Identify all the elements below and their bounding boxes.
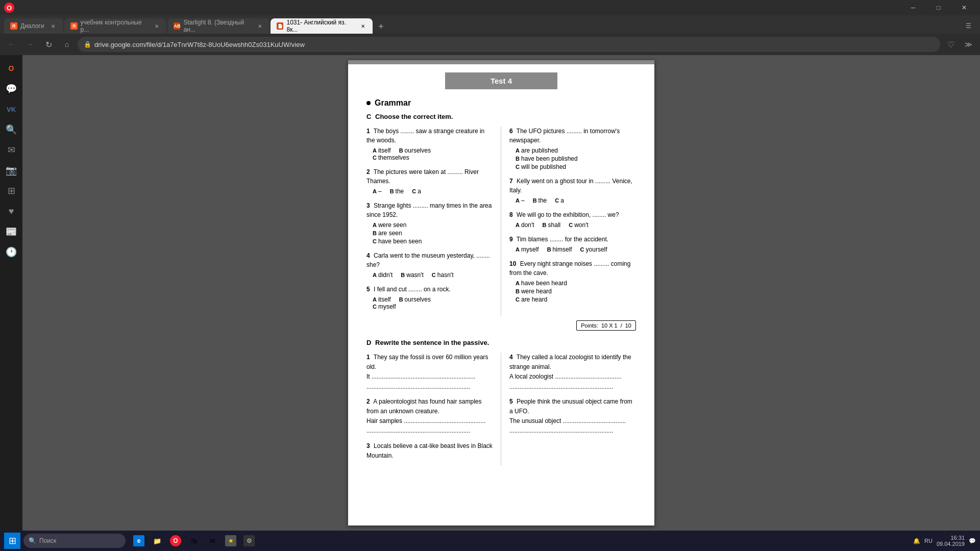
question-3-answers: Awere seen Bare seen Chave been seen bbox=[366, 221, 493, 245]
taskbar-icon-browser[interactable]: e bbox=[131, 533, 147, 549]
sidebar-heart-icon[interactable]: ♥ bbox=[2, 202, 20, 220]
rewrite-q4-num: 4 bbox=[509, 354, 513, 361]
sidebar-toggle[interactable]: ≫ bbox=[961, 37, 976, 52]
tab-favicon-3: AB bbox=[174, 22, 180, 30]
test-header-container: Test 4 bbox=[366, 72, 636, 89]
answer-10a: Ahave been heard bbox=[516, 280, 636, 287]
rewrite-q1: 1 They say the fossil is over 60 million… bbox=[366, 353, 493, 392]
question-3-body: Strange lights ......... many times in t… bbox=[366, 202, 492, 218]
answer-8a: Adon't bbox=[516, 221, 534, 229]
rewrite-right-col: 4 They called a local zoologist to ident… bbox=[501, 353, 636, 466]
tab-dialogi[interactable]: Я Диалоги ✕ bbox=[4, 18, 63, 34]
taskbar-icon-store[interactable]: 🛍 bbox=[186, 533, 202, 549]
taskbar-icon-app1[interactable]: ★ bbox=[223, 533, 239, 549]
question-10-answers: Ahave been heard Bwere heard Care heard bbox=[509, 280, 636, 303]
question-4: 4 Carla went to the museum yesterday, ..… bbox=[366, 251, 493, 279]
sidebar-opera-icon[interactable]: O bbox=[2, 59, 20, 78]
question-3-num: 3 bbox=[366, 202, 370, 209]
question-1-body: The boys ........ saw a strange creature… bbox=[366, 128, 484, 144]
question-4-body: Carla went to the museum yesterday, ....… bbox=[366, 252, 490, 268]
forward-button[interactable]: → bbox=[22, 37, 38, 52]
taskbar-icon-mail[interactable]: ✉ bbox=[204, 533, 220, 549]
taskbar: ⊞ 🔍 Поиск e 📁 O 🛍 ✉ ★ ⚙ 🔔 RU 16:31 09.04… bbox=[0, 531, 980, 551]
browser-sidebar: O 💬 VK 🔍 ✉ 📷 ⊞ ♥ 📰 🕐 bbox=[0, 55, 22, 531]
points-label: Points: bbox=[581, 322, 598, 329]
maximize-button[interactable]: □ bbox=[927, 0, 950, 15]
question-6: 6 The UFO pictures ......... in tomorrow… bbox=[509, 127, 636, 170]
test-title: Test 4 bbox=[445, 72, 557, 89]
tab-starlight[interactable]: AB Starlight 8. (Звездный ан... ✕ bbox=[167, 18, 270, 34]
tab-close-2[interactable]: ✕ bbox=[153, 22, 160, 30]
sidebar-vk-icon[interactable]: VK bbox=[2, 100, 20, 118]
question-8-answers: Adon't Bshall Cwon't bbox=[509, 221, 636, 229]
question-2-text: 2 The pictures were taken at ......... R… bbox=[366, 167, 493, 186]
taskbar-icon-opera[interactable]: O bbox=[167, 533, 184, 549]
taskbar-search[interactable]: 🔍 Поиск bbox=[23, 534, 126, 548]
search-placeholder: Поиск bbox=[39, 537, 56, 544]
tab-close-1[interactable]: ✕ bbox=[49, 22, 57, 30]
answer-3a: Awere seen bbox=[373, 221, 493, 229]
rewrite-q1-fill1: It .....................................… bbox=[366, 373, 475, 380]
back-button[interactable]: ← bbox=[4, 37, 19, 52]
rewrite-q3: 3 Locals believe a cat-like beast lives … bbox=[366, 441, 493, 461]
answer-5a: Aitself bbox=[373, 296, 391, 303]
answer-1a: Aitself bbox=[373, 147, 391, 154]
answer-4c: Chasn't bbox=[432, 271, 454, 279]
answer-1c: Cthemselves bbox=[373, 154, 409, 161]
section-c-title: Choose the correct item. bbox=[375, 113, 453, 120]
rewrite-grid: 1 They say the fossil is over 60 million… bbox=[366, 353, 636, 466]
question-8-text: 8 We will go to the exhibition, ........… bbox=[509, 210, 636, 219]
sidebar-apps-icon[interactable]: ⊞ bbox=[2, 182, 20, 200]
question-2-body: The pictures were taken at ......... Riv… bbox=[366, 168, 479, 185]
window-controls: ─ □ ✕ bbox=[901, 0, 976, 15]
answer-2b: Bthe bbox=[390, 188, 404, 195]
points-separator: / bbox=[621, 322, 622, 329]
opera-taskbar-icon: O bbox=[170, 535, 181, 546]
rewrite-q1-num: 1 bbox=[366, 354, 370, 361]
new-tab-button[interactable]: + bbox=[374, 19, 388, 34]
address-bar[interactable]: 🔒 drive.google.com/file/d/1a7eTnrW7t8z-8… bbox=[78, 37, 940, 52]
tab-close-3[interactable]: ✕ bbox=[256, 22, 264, 30]
rewrite-q5-text: People think the unusual object came fro… bbox=[509, 398, 632, 415]
questions-grid: 1 The boys ........ saw a strange creatu… bbox=[366, 127, 636, 316]
answer-10b: Bwere heard bbox=[516, 288, 636, 295]
answer-9b: Bhimself bbox=[547, 246, 572, 253]
answer-7c: Ca bbox=[555, 197, 564, 204]
nav-bar: ← → ↻ ⌂ 🔒 drive.google.com/file/d/1a7eTn… bbox=[0, 34, 980, 55]
grammar-bullet bbox=[366, 101, 371, 105]
question-1: 1 The boys ........ saw a strange creatu… bbox=[366, 127, 493, 161]
sidebar-mail-icon[interactable]: ✉ bbox=[2, 141, 20, 159]
nav-right-buttons: ♡ ≫ bbox=[943, 37, 976, 52]
rewrite-q3-text: Locals believe a cat-like beast lives in… bbox=[366, 442, 493, 459]
sidebar-chat-icon[interactable]: 💬 bbox=[2, 80, 20, 98]
home-button[interactable]: ⌂ bbox=[59, 37, 75, 52]
tab-1031[interactable]: 📄 1031- Английский яз. 8к... ✕ bbox=[271, 18, 373, 34]
sidebar-history-icon[interactable]: 🕐 bbox=[2, 243, 20, 261]
rewrite-left-col: 1 They say the fossil is over 60 million… bbox=[366, 353, 501, 466]
taskbar-time: 16:31 bbox=[937, 535, 965, 541]
taskbar-icon-files[interactable]: 📁 bbox=[149, 533, 165, 549]
sidebar-news-icon[interactable]: 📰 bbox=[2, 222, 20, 241]
tab-label-1: Диалоги bbox=[20, 22, 44, 30]
taskbar-icon-app2[interactable]: ⚙ bbox=[241, 533, 257, 549]
tab-uchebnik[interactable]: Я учебник контрольные р... ✕ bbox=[64, 18, 166, 34]
sidebar-search-icon[interactable]: 🔍 bbox=[2, 120, 20, 139]
start-button[interactable]: ⊞ bbox=[4, 533, 20, 549]
bookmark-icon[interactable]: ♡ bbox=[943, 37, 959, 52]
document-viewer[interactable]: Test 4 Grammar C Choose the correct item… bbox=[22, 55, 980, 531]
taskbar-notification-center[interactable]: 💬 bbox=[969, 538, 976, 544]
question-4-answers: Adidn't Bwasn't Chasn't bbox=[366, 271, 493, 279]
rewrite-q2-text: A paleontologist has found hair samples … bbox=[366, 398, 482, 415]
grammar-section-title: Grammar bbox=[366, 98, 636, 108]
reload-button[interactable]: ↻ bbox=[41, 37, 56, 52]
answer-7b: Bthe bbox=[533, 197, 547, 204]
question-10-num: 10 bbox=[509, 260, 516, 267]
minimize-button[interactable]: ─ bbox=[901, 0, 925, 15]
question-2-num: 2 bbox=[366, 168, 370, 176]
taskbar-notification-icon: 🔔 bbox=[913, 538, 920, 544]
close-button[interactable]: ✕ bbox=[952, 0, 976, 15]
tab-settings-icon[interactable]: ☰ bbox=[961, 18, 976, 34]
rewrite-q4-text: They called a local zoologist to identif… bbox=[509, 354, 631, 370]
sidebar-photos-icon[interactable]: 📷 bbox=[2, 161, 20, 180]
tab-close-4[interactable]: ✕ bbox=[359, 22, 367, 30]
